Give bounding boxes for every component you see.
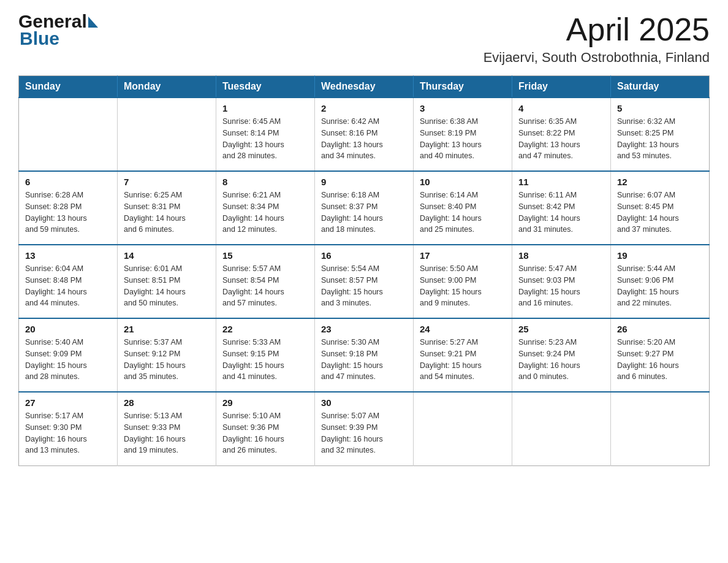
calendar-week-row: 13Sunrise: 6:04 AM Sunset: 8:48 PM Dayli… <box>19 245 710 318</box>
day-info: Sunrise: 5:13 AM Sunset: 9:33 PM Dayligh… <box>124 410 210 456</box>
calendar-week-row: 1Sunrise: 6:45 AM Sunset: 8:14 PM Daylig… <box>19 98 710 171</box>
calendar-table: SundayMondayTuesdayWednesdayThursdayFrid… <box>18 75 710 466</box>
calendar-cell: 3Sunrise: 6:38 AM Sunset: 8:19 PM Daylig… <box>414 98 512 171</box>
calendar-cell: 26Sunrise: 5:20 AM Sunset: 9:27 PM Dayli… <box>611 318 710 392</box>
day-info: Sunrise: 5:10 AM Sunset: 9:36 PM Dayligh… <box>222 410 308 456</box>
month-title: April 2025 <box>483 12 710 47</box>
day-info: Sunrise: 5:30 AM Sunset: 9:18 PM Dayligh… <box>321 337 407 383</box>
calendar-cell: 4Sunrise: 6:35 AM Sunset: 8:22 PM Daylig… <box>512 98 611 171</box>
calendar-body: 1Sunrise: 6:45 AM Sunset: 8:14 PM Daylig… <box>19 98 710 465</box>
day-number: 26 <box>617 324 703 334</box>
day-number: 3 <box>420 103 506 113</box>
day-number: 29 <box>222 397 308 408</box>
calendar-cell: 22Sunrise: 5:33 AM Sunset: 9:15 PM Dayli… <box>216 318 315 392</box>
day-info: Sunrise: 5:07 AM Sunset: 9:39 PM Dayligh… <box>321 410 407 456</box>
calendar-cell: 27Sunrise: 5:17 AM Sunset: 9:30 PM Dayli… <box>19 392 118 465</box>
day-number: 16 <box>321 250 407 261</box>
calendar-cell <box>611 392 710 465</box>
day-info: Sunrise: 5:23 AM Sunset: 9:24 PM Dayligh… <box>518 337 604 383</box>
day-number: 11 <box>518 177 604 187</box>
day-number: 12 <box>617 177 703 187</box>
day-info: Sunrise: 5:44 AM Sunset: 9:06 PM Dayligh… <box>617 263 703 309</box>
calendar-cell: 20Sunrise: 5:40 AM Sunset: 9:09 PM Dayli… <box>19 318 118 392</box>
day-info: Sunrise: 6:07 AM Sunset: 8:45 PM Dayligh… <box>617 190 703 236</box>
calendar-cell: 2Sunrise: 6:42 AM Sunset: 8:16 PM Daylig… <box>315 98 414 171</box>
calendar-week-row: 27Sunrise: 5:17 AM Sunset: 9:30 PM Dayli… <box>19 392 710 465</box>
day-number: 4 <box>518 103 604 113</box>
calendar-cell: 5Sunrise: 6:32 AM Sunset: 8:25 PM Daylig… <box>611 98 710 171</box>
day-number: 20 <box>25 324 111 334</box>
calendar-cell: 7Sunrise: 6:25 AM Sunset: 8:31 PM Daylig… <box>118 171 216 245</box>
calendar-cell <box>512 392 611 465</box>
day-number: 30 <box>321 397 407 408</box>
day-number: 13 <box>25 250 111 261</box>
day-number: 14 <box>124 250 210 261</box>
day-number: 17 <box>420 250 506 261</box>
calendar-cell <box>19 98 118 171</box>
day-number: 25 <box>518 324 604 334</box>
day-number: 19 <box>617 250 703 261</box>
day-number: 27 <box>25 397 111 408</box>
day-number: 9 <box>321 177 407 187</box>
day-info: Sunrise: 6:18 AM Sunset: 8:37 PM Dayligh… <box>321 190 407 236</box>
day-number: 22 <box>222 324 308 334</box>
calendar-cell: 13Sunrise: 6:04 AM Sunset: 8:48 PM Dayli… <box>19 245 118 318</box>
day-number: 2 <box>321 103 407 113</box>
day-number: 7 <box>124 177 210 187</box>
day-number: 21 <box>124 324 210 334</box>
calendar-header-day: Sunday <box>19 76 118 98</box>
calendar-header: SundayMondayTuesdayWednesdayThursdayFrid… <box>19 76 710 98</box>
calendar-cell: 17Sunrise: 5:50 AM Sunset: 9:00 PM Dayli… <box>414 245 512 318</box>
day-info: Sunrise: 5:20 AM Sunset: 9:27 PM Dayligh… <box>617 337 703 383</box>
title-section: April 2025 Evijaervi, South Ostrobothnia… <box>483 12 710 66</box>
day-info: Sunrise: 6:25 AM Sunset: 8:31 PM Dayligh… <box>124 190 210 236</box>
day-info: Sunrise: 5:27 AM Sunset: 9:21 PM Dayligh… <box>420 337 506 383</box>
calendar-header-day: Thursday <box>414 76 512 98</box>
calendar-cell: 29Sunrise: 5:10 AM Sunset: 9:36 PM Dayli… <box>216 392 315 465</box>
calendar-cell <box>118 98 216 171</box>
calendar-week-row: 20Sunrise: 5:40 AM Sunset: 9:09 PM Dayli… <box>19 318 710 392</box>
calendar-cell: 9Sunrise: 6:18 AM Sunset: 8:37 PM Daylig… <box>315 171 414 245</box>
calendar-cell <box>414 392 512 465</box>
day-info: Sunrise: 6:38 AM Sunset: 8:19 PM Dayligh… <box>420 116 506 162</box>
day-info: Sunrise: 5:50 AM Sunset: 9:00 PM Dayligh… <box>420 263 506 309</box>
day-info: Sunrise: 5:17 AM Sunset: 9:30 PM Dayligh… <box>25 410 111 456</box>
calendar-header-day: Saturday <box>611 76 710 98</box>
day-info: Sunrise: 5:37 AM Sunset: 9:12 PM Dayligh… <box>124 337 210 383</box>
calendar-cell: 18Sunrise: 5:47 AM Sunset: 9:03 PM Dayli… <box>512 245 611 318</box>
calendar-cell: 23Sunrise: 5:30 AM Sunset: 9:18 PM Dayli… <box>315 318 414 392</box>
calendar-cell: 25Sunrise: 5:23 AM Sunset: 9:24 PM Dayli… <box>512 318 611 392</box>
day-info: Sunrise: 5:54 AM Sunset: 8:57 PM Dayligh… <box>321 263 407 309</box>
calendar-header-day: Tuesday <box>216 76 315 98</box>
calendar-header-row: SundayMondayTuesdayWednesdayThursdayFrid… <box>19 76 710 98</box>
logo: General Blue <box>18 12 98 49</box>
calendar-cell: 16Sunrise: 5:54 AM Sunset: 8:57 PM Dayli… <box>315 245 414 318</box>
calendar-cell: 11Sunrise: 6:11 AM Sunset: 8:42 PM Dayli… <box>512 171 611 245</box>
calendar-cell: 10Sunrise: 6:14 AM Sunset: 8:40 PM Dayli… <box>414 171 512 245</box>
day-number: 24 <box>420 324 506 334</box>
day-info: Sunrise: 6:11 AM Sunset: 8:42 PM Dayligh… <box>518 190 604 236</box>
day-info: Sunrise: 6:35 AM Sunset: 8:22 PM Dayligh… <box>518 116 604 162</box>
calendar-cell: 30Sunrise: 5:07 AM Sunset: 9:39 PM Dayli… <box>315 392 414 465</box>
day-info: Sunrise: 5:33 AM Sunset: 9:15 PM Dayligh… <box>222 337 308 383</box>
day-number: 28 <box>124 397 210 408</box>
logo-blue-text: Blue <box>20 28 98 49</box>
day-info: Sunrise: 5:40 AM Sunset: 9:09 PM Dayligh… <box>25 337 111 383</box>
day-info: Sunrise: 6:01 AM Sunset: 8:51 PM Dayligh… <box>124 263 210 309</box>
calendar-header-day: Friday <box>512 76 611 98</box>
calendar-cell: 1Sunrise: 6:45 AM Sunset: 8:14 PM Daylig… <box>216 98 315 171</box>
calendar-cell: 24Sunrise: 5:27 AM Sunset: 9:21 PM Dayli… <box>414 318 512 392</box>
location-title: Evijaervi, South Ostrobothnia, Finland <box>483 50 710 66</box>
day-number: 10 <box>420 177 506 187</box>
day-number: 5 <box>617 103 703 113</box>
calendar-header-day: Monday <box>118 76 216 98</box>
day-info: Sunrise: 5:47 AM Sunset: 9:03 PM Dayligh… <box>518 263 604 309</box>
calendar-cell: 28Sunrise: 5:13 AM Sunset: 9:33 PM Dayli… <box>118 392 216 465</box>
day-number: 18 <box>518 250 604 261</box>
page-header: General Blue April 2025 Evijaervi, South… <box>18 12 710 66</box>
calendar-week-row: 6Sunrise: 6:28 AM Sunset: 8:28 PM Daylig… <box>19 171 710 245</box>
calendar-cell: 19Sunrise: 5:44 AM Sunset: 9:06 PM Dayli… <box>611 245 710 318</box>
calendar-cell: 15Sunrise: 5:57 AM Sunset: 8:54 PM Dayli… <box>216 245 315 318</box>
day-info: Sunrise: 6:32 AM Sunset: 8:25 PM Dayligh… <box>617 116 703 162</box>
day-info: Sunrise: 6:45 AM Sunset: 8:14 PM Dayligh… <box>222 116 308 162</box>
